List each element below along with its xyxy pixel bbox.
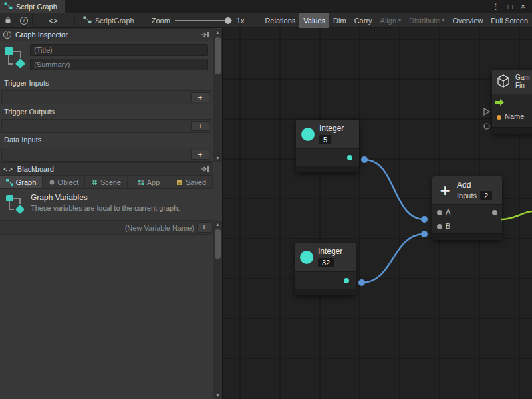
inputs-count-field[interactable]: 2	[480, 191, 492, 200]
graph-summary-input[interactable]	[30, 59, 208, 70]
inputs-label: Inputs	[457, 192, 477, 200]
tab-app[interactable]: App	[128, 176, 170, 188]
add-trigger-output-button[interactable]: +	[191, 121, 209, 131]
node-integer-5[interactable]: Integer 5	[296, 120, 359, 172]
wire-endpoint	[361, 156, 368, 163]
node-title: Integer	[318, 247, 342, 256]
wire-integer5-to-a	[364, 160, 424, 219]
window-maximize-icon[interactable]: □	[508, 2, 513, 11]
blackboard-title: Blackboard	[17, 165, 54, 173]
cube-icon	[496, 74, 511, 90]
inspector-scrollbar[interactable]: ▲ ▼	[213, 29, 222, 162]
integer-type-icon	[300, 251, 313, 264]
app-tab-icon	[138, 179, 144, 186]
node-title-line2: Fin	[515, 82, 530, 90]
distribute-dropdown[interactable]: Distribute▾	[405, 13, 448, 28]
tab-graph[interactable]: Graph	[0, 176, 43, 188]
lock-icon	[4, 16, 12, 25]
add-variable-button[interactable]: +	[197, 222, 211, 233]
zoom-slider-handle[interactable]	[225, 17, 231, 24]
output-port[interactable]	[347, 155, 352, 160]
tab-saved[interactable]: Saved	[170, 176, 213, 188]
node-add[interactable]: + Add Inputs 2 A B	[432, 176, 502, 240]
graph-reference-breadcrumb[interactable]: ScriptGraph	[83, 16, 134, 25]
code-view-button[interactable]: <>	[33, 13, 75, 28]
scroll-up-icon[interactable]: ▲	[213, 29, 222, 36]
blackboard-tabs: Graph Object Scene App Saved	[0, 176, 213, 189]
graph-ref-label: ScriptGraph	[95, 17, 134, 25]
window-controls: ⋮ □ ×	[492, 2, 532, 11]
wire-add-output	[501, 211, 532, 219]
integer-type-icon	[301, 128, 315, 141]
blackboard-scrollbar[interactable]: ▲ ▼	[213, 221, 222, 399]
carry-button[interactable]: Carry	[350, 13, 376, 28]
node-integer-32[interactable]: Integer 32	[295, 243, 356, 295]
section-label-trigger-outputs: Trigger Outputs	[4, 108, 55, 116]
scene-tab-icon	[91, 179, 98, 186]
name-input-port[interactable]	[497, 115, 501, 120]
tab-scene[interactable]: Scene	[85, 176, 128, 188]
dock-panel-icon[interactable]	[201, 31, 209, 38]
values-button[interactable]: Values	[299, 13, 329, 28]
input-port-b[interactable]	[437, 224, 442, 229]
add-data-input-button[interactable]: +	[191, 150, 209, 160]
node-footer	[295, 289, 356, 295]
graph-asset-icon	[3, 44, 27, 72]
flow-input-port-icon[interactable]	[484, 108, 489, 115]
toolbar-buttons: Relations Values Dim Carry Align▾ Distri…	[261, 13, 532, 28]
left-panel: i Graph Inspector Trigger Inputs + Trigg…	[0, 28, 223, 399]
output-port[interactable]	[492, 210, 497, 215]
inspect-toggle-button[interactable]: i	[16, 13, 33, 28]
integer-value-field[interactable]: 32	[318, 258, 334, 267]
graph-title-input[interactable]	[30, 44, 208, 56]
output-port[interactable]	[344, 278, 349, 283]
object-tab-icon	[49, 179, 55, 186]
wire-integer32-to-b	[362, 234, 424, 283]
lock-button[interactable]	[0, 13, 16, 28]
flow-output-arrow-icon[interactable]	[495, 98, 505, 108]
node-body: Name	[492, 94, 532, 127]
scroll-down-icon[interactable]: ▼	[213, 154, 222, 162]
integer-value-field[interactable]: 5	[319, 135, 331, 144]
graph-toolbar: i <> ScriptGraph Zoom 1x Relations Value…	[0, 13, 532, 28]
script-graph-tab-icon	[4, 2, 13, 11]
chevron-down-icon: ▾	[442, 17, 445, 23]
node-gameobject-find[interactable]: Gam Fin Name	[492, 70, 532, 134]
window-close-icon[interactable]: ×	[521, 2, 525, 11]
tab-script-graph[interactable]: Script Graph	[0, 0, 65, 13]
data-inputs-list: +	[1, 148, 211, 162]
graph-inspector-title: Graph Inspector	[15, 31, 68, 39]
unity-script-graph-window: Script Graph ⋮ □ × i <> ScriptGraph Zoom	[0, 0, 532, 399]
input-port-a[interactable]	[437, 210, 442, 215]
code-icon: <>	[49, 17, 59, 25]
saved-tab-icon	[176, 179, 183, 186]
node-header: + Add Inputs 2	[432, 176, 502, 204]
overview-button[interactable]: Overview	[449, 13, 487, 28]
graph-ref-icon	[83, 16, 92, 25]
scroll-up-icon[interactable]: ▲	[213, 221, 222, 228]
node-header: Integer 32	[295, 243, 356, 271]
dim-button[interactable]: Dim	[329, 13, 350, 28]
node-title-line1: Gam	[515, 74, 530, 82]
node-header: Gam Fin	[492, 70, 532, 94]
graph-canvas[interactable]: Integer 5 Integer 32	[223, 28, 532, 399]
zoom-slider[interactable]	[175, 20, 232, 21]
section-label-data-inputs: Data Inputs	[4, 136, 41, 144]
scrollbar-thumb[interactable]	[215, 229, 221, 259]
zoom-label: Zoom	[152, 17, 170, 25]
window-menu-icon[interactable]: ⋮	[492, 2, 500, 11]
scroll-down-icon[interactable]: ▼	[213, 392, 222, 399]
new-variable-name-input[interactable]	[3, 222, 194, 233]
tab-object[interactable]: Object	[43, 176, 85, 188]
value-input-port-icon[interactable]	[484, 124, 489, 129]
blackboard-header: <> Blackboard	[0, 162, 213, 176]
align-dropdown[interactable]: Align▾	[376, 13, 405, 28]
add-trigger-input-button[interactable]: +	[191, 92, 209, 102]
relations-button[interactable]: Relations	[261, 13, 299, 28]
node-title: Integer	[319, 124, 344, 133]
node-footer	[432, 233, 502, 240]
trigger-inputs-list: +	[1, 90, 211, 104]
full-screen-button[interactable]: Full Screen	[487, 13, 532, 28]
dock-panel-icon[interactable]	[201, 166, 209, 172]
scrollbar-thumb[interactable]	[215, 37, 221, 74]
